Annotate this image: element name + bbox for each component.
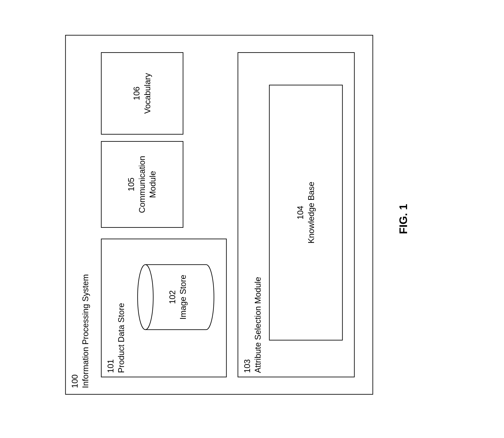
pds-num: 101 xyxy=(106,359,115,373)
vocab-label: Vocabulary xyxy=(143,73,152,114)
kb-label: Knowledge Base xyxy=(306,182,315,243)
information-processing-system-label: 100 Information Processing System xyxy=(69,274,91,388)
attr-num: 103 xyxy=(242,359,252,373)
system-label: Information Processing System xyxy=(81,274,90,388)
image-store-num: 102 xyxy=(168,290,177,304)
vocabulary-box: 106 Vocabulary xyxy=(101,52,183,135)
attribute-selection-label: 103 Attribute Selection Module xyxy=(242,277,263,373)
figure-caption: FIG. 1 xyxy=(397,0,409,438)
attr-label-text: Attribute Selection Module xyxy=(253,277,262,373)
image-store-text: Image Store xyxy=(178,275,187,320)
knowledge-base-box: 104 Knowledge Base xyxy=(269,85,343,340)
image-store-label: 102 Image Store xyxy=(167,265,189,330)
comm-num: 105 xyxy=(127,177,136,191)
system-num: 100 xyxy=(70,374,79,388)
product-data-store-label: 101 Product Data Store xyxy=(105,303,127,373)
communication-module-box: 105 Communication Module xyxy=(101,141,183,228)
comm-label: Communication Module xyxy=(137,156,157,213)
svg-point-0 xyxy=(137,265,153,330)
pds-label-text: Product Data Store xyxy=(116,303,125,373)
kb-num: 104 xyxy=(296,206,305,219)
vocab-num: 106 xyxy=(132,87,141,100)
